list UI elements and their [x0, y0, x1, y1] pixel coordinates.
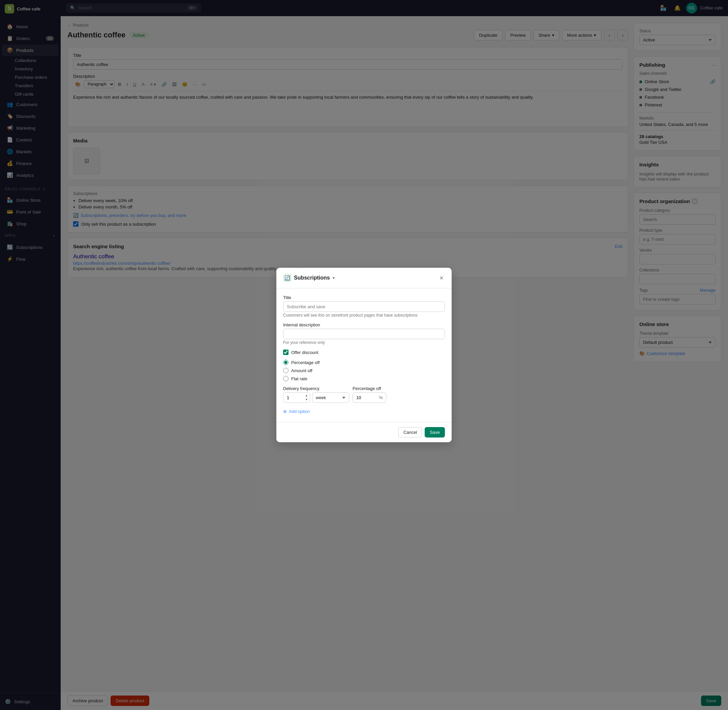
flat-rate-radio[interactable]: [283, 376, 288, 381]
offer-discount-label[interactable]: Offer discount: [283, 350, 445, 355]
modal-body: Title Customers will see this on storefr…: [276, 288, 452, 422]
freq-increment-btn[interactable]: ▲: [304, 394, 309, 398]
modal-internal-desc-hint: For your reference only: [283, 340, 445, 345]
freq-spinner: ▲ ▼: [304, 394, 309, 402]
delivery-freq-col: Delivery frequency ▲ ▼ day week: [283, 386, 349, 403]
modal-close-button[interactable]: ×: [438, 273, 445, 283]
modal-title-label: Title: [283, 295, 445, 300]
modal-title-field: Title Customers will see this on storefr…: [283, 295, 445, 318]
pct-input-wrap: %: [353, 392, 386, 403]
discount-type-group: Percentage off Amount off Flat rate: [283, 360, 445, 381]
freq-unit-select[interactable]: day week month year: [312, 392, 349, 403]
flat-rate-option[interactable]: Flat rate: [283, 376, 445, 381]
modal-overlay[interactable]: 🔄 Subscriptions ▾ × Title Customers will…: [0, 0, 728, 710]
subscriptions-modal-icon: 🔄: [283, 274, 291, 282]
modal-internal-desc-label: Internal description: [283, 322, 445, 327]
modal-title-hint: Customers will see this on storefront pr…: [283, 313, 445, 318]
modal-header: 🔄 Subscriptions ▾ ×: [276, 268, 452, 288]
pct-off-label: Percentage off: [353, 386, 386, 391]
offer-discount-field: Offer discount: [283, 350, 445, 355]
pct-off-input[interactable]: [353, 392, 386, 403]
modal-title-input[interactable]: [283, 301, 445, 312]
percentage-off-col: Percentage off %: [353, 386, 386, 403]
add-option-button[interactable]: ⊕ Add option: [283, 408, 445, 415]
delivery-freq-input-group: ▲ ▼ day week month year: [283, 392, 349, 403]
modal-footer: Cancel Save: [276, 422, 452, 442]
percentage-off-option[interactable]: Percentage off: [283, 360, 445, 365]
modal-title: 🔄 Subscriptions ▾: [283, 274, 335, 282]
modal-save-button[interactable]: Save: [425, 427, 445, 437]
modal-cancel-button[interactable]: Cancel: [399, 427, 422, 437]
percentage-off-radio[interactable]: [283, 360, 288, 365]
modal-internal-desc-input[interactable]: [283, 329, 445, 339]
amount-off-radio[interactable]: [283, 368, 288, 373]
freq-number-wrap: ▲ ▼: [283, 392, 310, 403]
delivery-freq-label: Delivery frequency: [283, 386, 349, 391]
freq-decrement-btn[interactable]: ▼: [304, 398, 309, 402]
delivery-frequency-row: Delivery frequency ▲ ▼ day week: [283, 386, 445, 403]
add-option-plus-icon: ⊕: [283, 409, 287, 414]
amount-off-option[interactable]: Amount off: [283, 368, 445, 373]
modal-title-chevron-icon: ▾: [332, 276, 335, 280]
offer-discount-checkbox[interactable]: [283, 350, 288, 355]
subscriptions-modal: 🔄 Subscriptions ▾ × Title Customers will…: [276, 268, 452, 442]
modal-internal-desc-field: Internal description For your reference …: [283, 322, 445, 345]
